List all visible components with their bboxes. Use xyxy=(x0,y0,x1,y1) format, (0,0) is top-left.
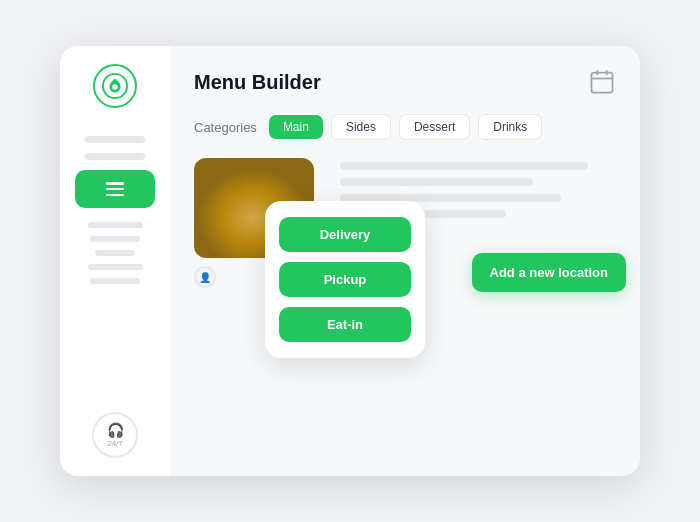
app-window: 🎧 24/7 Menu Builder Categories Main Side… xyxy=(60,46,640,476)
dropdown-eatin-option[interactable]: Eat-in xyxy=(279,307,411,342)
sidebar-nav-line-2 xyxy=(85,153,145,160)
sidebar-item-menu[interactable] xyxy=(75,170,155,208)
dropdown-delivery-option[interactable]: Delivery xyxy=(279,217,411,252)
main-content: Menu Builder Categories Main Sides Desse… xyxy=(170,46,640,476)
tab-sides[interactable]: Sides xyxy=(331,114,391,140)
main-header: Menu Builder xyxy=(194,68,616,96)
headphones-icon: 🎧 xyxy=(107,422,124,439)
svg-point-1 xyxy=(112,84,118,90)
tab-main[interactable]: Main xyxy=(269,115,323,139)
menu-icon xyxy=(106,182,124,196)
sidebar-lines-group xyxy=(88,222,143,284)
sidebar-sub-line-1 xyxy=(88,222,143,228)
categories-label: Categories xyxy=(194,120,257,135)
sidebar-sub-line-4 xyxy=(88,264,143,270)
app-logo[interactable] xyxy=(93,64,137,108)
sidebar-nav-line-1 xyxy=(85,136,145,143)
support-label: 24/7 xyxy=(107,439,123,449)
placeholder-2 xyxy=(340,178,533,186)
sidebar-nav xyxy=(60,136,170,412)
support-badge[interactable]: 🎧 24/7 xyxy=(92,412,138,458)
add-location-button[interactable]: Add a new location xyxy=(472,253,626,292)
sidebar-footer: 🎧 24/7 xyxy=(92,412,138,458)
sidebar-sub-line-3 xyxy=(95,250,135,256)
calendar-icon[interactable] xyxy=(588,68,616,96)
person-icon: 👤 xyxy=(194,266,216,288)
placeholder-1 xyxy=(340,162,588,170)
dropdown-pickup-option[interactable]: Pickup xyxy=(279,262,411,297)
categories-row: Categories Main Sides Dessert Drinks xyxy=(194,114,616,140)
tab-drinks[interactable]: Drinks xyxy=(478,114,542,140)
sidebar-sub-line-5 xyxy=(90,278,140,284)
sidebar: 🎧 24/7 xyxy=(60,46,170,476)
dropdown-card: Delivery Pickup Eat-in xyxy=(265,201,425,358)
page-title: Menu Builder xyxy=(194,71,321,94)
sidebar-sub-line-2 xyxy=(90,236,140,242)
svg-rect-2 xyxy=(592,73,613,93)
tab-dessert[interactable]: Dessert xyxy=(399,114,470,140)
